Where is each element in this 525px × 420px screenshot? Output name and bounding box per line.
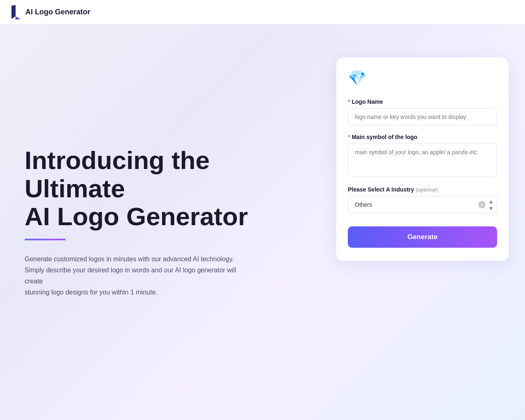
symbol-input[interactable] [348, 144, 497, 176]
symbol-field: * Main symbol of the logo [348, 134, 497, 178]
industry-select-wrapper: Others Technology Healthcare Education F… [348, 196, 497, 213]
industry-select[interactable]: Others Technology Healthcare Education F… [348, 196, 497, 213]
optional-text: (optional) [416, 187, 438, 193]
app-logo-icon [10, 5, 21, 20]
form-card: 💎 * Logo Name * Main symbol of the logo [336, 57, 509, 261]
app-title: AI Logo Generator [25, 8, 90, 16]
industry-field: Please Select A Industry (optional) Othe… [348, 186, 497, 213]
logo-name-label: * Logo Name [348, 98, 497, 105]
select-clear-button[interactable]: × [478, 201, 486, 208]
logo-name-field: * Logo Name [348, 98, 497, 126]
hero-section: Introducing the Ultimate AI Logo Generat… [0, 25, 336, 420]
main-content: Introducing the Ultimate AI Logo Generat… [0, 25, 525, 420]
generate-button[interactable]: Generate [348, 226, 497, 248]
form-logo-icon: 💎 [348, 71, 368, 90]
form-panel: 💎 * Logo Name * Main symbol of the logo [336, 25, 525, 420]
required-star-logo: * [348, 98, 350, 105]
hero-description: Generate customized logos in minutes wit… [25, 253, 254, 298]
logo-name-input[interactable] [348, 108, 497, 126]
industry-label: Please Select A Industry (optional) [348, 186, 497, 193]
hero-title: Introducing the Ultimate AI Logo Generat… [25, 146, 312, 231]
symbol-label: * Main symbol of the logo [348, 134, 497, 140]
header: AI Logo Generator [0, 0, 525, 25]
required-star-symbol: * [348, 134, 350, 140]
title-underline [25, 239, 66, 240]
